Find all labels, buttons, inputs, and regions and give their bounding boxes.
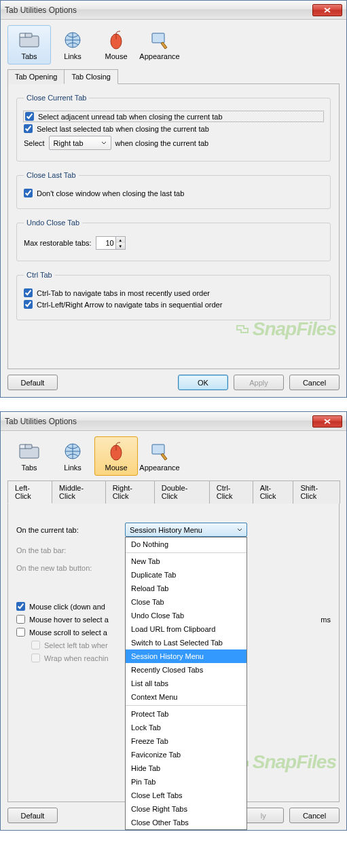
spinner-max-restorable[interactable]: ▲ ▼ — [96, 236, 126, 250]
icon-tab-links[interactable]: Links — [51, 25, 94, 64]
checkbox-adjacent-unread[interactable] — [25, 112, 34, 121]
sub-tab-opening[interactable]: Tab Opening — [7, 69, 65, 84]
tabs-icon — [18, 29, 40, 51]
dropdown-item[interactable]: List all tabs — [126, 677, 246, 690]
dropdown-item[interactable]: Freeze Tab — [126, 734, 246, 748]
sub-tab-right-click[interactable]: Right-Click — [105, 480, 155, 504]
legend: Undo Close Tab — [24, 219, 82, 227]
select-close-direction[interactable]: Right tab — [49, 136, 111, 150]
mouse-icon — [105, 29, 127, 51]
sub-tab-strip: Tab Opening Tab Closing — [7, 69, 340, 84]
dropdown-item[interactable]: Faviconize Tab — [126, 748, 246, 761]
checkbox-ctrl-arrow-seq[interactable] — [24, 300, 33, 309]
icon-tab-links[interactable]: Links — [51, 436, 94, 476]
appearance-icon — [149, 440, 170, 462]
checkbox-dont-close-window[interactable] — [24, 189, 33, 197]
dropdown-item[interactable]: Load URL from Clipboard — [126, 622, 246, 636]
dropdown-item[interactable]: New Tab — [126, 554, 246, 568]
label: On the new tab button: — [16, 564, 118, 572]
dropdown-item[interactable]: Hide Tab — [126, 761, 246, 775]
default-button[interactable]: Default — [7, 375, 58, 390]
checkbox-mouse-click[interactable] — [16, 602, 25, 611]
content-panel: Close Current Tab Select adjacent unread… — [7, 84, 340, 369]
spinner-label: Max restorable tabs: — [24, 239, 92, 247]
dropdown-current-tab[interactable]: Session History Menu Do NothingNew TabDu… — [125, 523, 247, 537]
label: On the tab bar: — [16, 546, 118, 554]
sub-tab-left-click[interactable]: Left-Click — [7, 480, 52, 504]
spinner-down[interactable]: ▼ — [115, 243, 125, 249]
dropdown-item[interactable]: Do Nothing — [126, 537, 246, 551]
dropdown-item[interactable]: Switch to Last Selected Tab — [126, 636, 246, 649]
dropdown-item[interactable]: Duplicate Tab — [126, 568, 246, 582]
icon-tab-label: Appearance — [139, 464, 179, 472]
checkbox-label: Mouse hover to select a — [29, 616, 109, 624]
row: Ctrl-Tab to navigate tabs in most recent… — [24, 288, 323, 297]
window-mouse-options: Tab Utilities Options Tabs Links — [0, 411, 347, 831]
button-row: Default OK Apply Cancel — [7, 369, 340, 390]
checkbox-ctrl-tab-mru[interactable] — [24, 288, 33, 297]
dropdown-item[interactable]: Pin Tab — [126, 775, 246, 789]
icon-tab-tabs[interactable]: Tabs — [7, 436, 51, 476]
sub-tab-ctrl-click[interactable]: Ctrl-Click — [209, 480, 253, 504]
sub-tab-strip: Left-Click Middle-Click Right-Click Doub… — [7, 480, 340, 504]
icon-tab-appearance[interactable]: Appearance — [138, 25, 181, 64]
dropdown-item[interactable]: Lock Tab — [126, 721, 246, 734]
window-title: Tab Utilities Options — [5, 5, 312, 15]
checkbox-label: Wrap when reachin — [44, 654, 109, 662]
checkbox-label: Ctrl-Tab to navigate tabs in most recent… — [37, 289, 210, 297]
sub-tab-alt-click[interactable]: Alt-Click — [253, 480, 294, 504]
cancel-button[interactable]: Cancel — [289, 375, 340, 390]
dropdown-item[interactable]: Close Tab — [126, 595, 246, 609]
default-button[interactable]: Default — [7, 808, 58, 823]
select-value: Right tab — [54, 139, 84, 147]
dropdown-item[interactable]: Close Right Tabs — [126, 802, 246, 816]
icon-tab-tabs[interactable]: Tabs — [7, 25, 51, 64]
close-button[interactable] — [312, 415, 342, 428]
fieldset-ctrl-tab: Ctrl Tab Ctrl-Tab to navigate tabs in mo… — [16, 271, 331, 320]
row: Select adjacent unread tab when closing … — [24, 111, 323, 121]
dropdown-item[interactable]: Recently Closed Tabs — [126, 663, 246, 677]
apply-button[interactable]: Apply — [234, 375, 284, 390]
checkbox-label: Select adjacent unread tab when closing … — [38, 113, 223, 121]
checkbox-mouse-hover[interactable] — [16, 615, 25, 624]
checkbox-label: Don't close window when closing the last… — [37, 189, 184, 197]
dropdown-item[interactable]: Protect Tab — [126, 707, 246, 721]
icon-tab-appearance[interactable]: Appearance — [138, 436, 181, 476]
cancel-button[interactable]: Cancel — [289, 808, 340, 823]
checkbox-select-left — [31, 641, 40, 649]
legend: Ctrl Tab — [24, 271, 55, 279]
close-button[interactable] — [312, 4, 342, 16]
dropdown-item[interactable]: Reload Tab — [126, 582, 246, 595]
checkbox-label: Mouse scroll to select a — [29, 628, 107, 637]
row: Ctrl-Left/Right Arrow to navigate tabs i… — [24, 300, 323, 309]
tabs-icon — [18, 440, 40, 462]
checkbox-last-selected[interactable] — [24, 124, 33, 133]
icon-tab-mouse[interactable]: Mouse — [94, 436, 138, 476]
fieldset-undo-close: Undo Close Tab Max restorable tabs: ▲ ▼ — [16, 219, 331, 261]
checkbox-mouse-scroll[interactable] — [16, 628, 25, 637]
sub-tab-double-click[interactable]: Double-Click — [154, 480, 210, 504]
links-icon — [62, 29, 84, 51]
dropdown-separator — [126, 552, 246, 553]
dropdown-item[interactable]: Session History Menu — [126, 649, 246, 663]
dropdown-item[interactable]: Context Menu — [126, 690, 246, 704]
dropdown-item[interactable]: Close Left Tabs — [126, 789, 246, 802]
sub-tab-shift-click[interactable]: Shift-Click — [293, 480, 340, 504]
dropdown-value: Session History Menu — [130, 526, 202, 534]
dropdown-selected[interactable]: Session History Menu — [125, 523, 247, 537]
sub-tab-middle-click[interactable]: Middle-Click — [52, 480, 106, 504]
select-suffix: when closing the current tab — [115, 139, 209, 147]
dropdown-item[interactable]: Undo Close Tab — [126, 609, 246, 622]
sub-tab-closing[interactable]: Tab Closing — [64, 69, 117, 84]
icon-tab-strip: Tabs Links Mouse Appearance — [7, 436, 340, 476]
spinner-up[interactable]: ▲ — [115, 237, 125, 243]
icon-tab-mouse[interactable]: Mouse — [94, 25, 138, 64]
label: On the current tab: — [16, 526, 118, 534]
dropdown-list: Do NothingNew TabDuplicate TabReload Tab… — [125, 537, 247, 830]
checkbox-label: Select last selected tab when closing th… — [37, 125, 209, 133]
checkbox-label: Select left tab wher — [44, 641, 108, 649]
ok-button[interactable]: OK — [178, 375, 228, 390]
dropdown-item[interactable]: Close Other Tabs — [126, 816, 246, 829]
spinner-input[interactable] — [96, 238, 115, 248]
svg-rect-6 — [152, 33, 164, 43]
